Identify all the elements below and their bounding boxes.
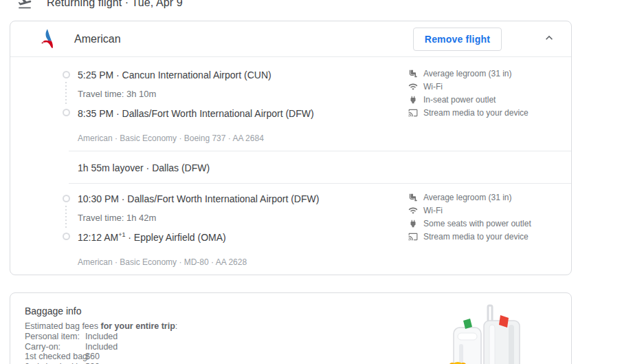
amenity-wifi: Wi-Fi	[408, 80, 529, 93]
layover-info: 1h 55m layover · Dallas (DFW)	[78, 162, 210, 173]
flight-card-header: American Remove flight	[10, 21, 571, 57]
fee-row-personal-item: Personal item:Included	[25, 332, 118, 342]
american-airlines-logo	[38, 28, 61, 51]
fee-row-carry-on: Carry-on:Included	[25, 342, 118, 352]
segment1-details: American · Basic Economy · Boeing 737 · …	[78, 133, 264, 143]
stream-media-icon	[408, 108, 418, 118]
remove-flight-button[interactable]: Remove flight	[413, 28, 502, 51]
baggage-intro: Estimated bag fees for your entire trip:	[25, 321, 177, 331]
luggage-illustration	[443, 300, 526, 364]
fee-row-second-checked: 2nd checked bag:$90	[25, 362, 118, 364]
amenity-stream: Stream media to your device	[408, 230, 531, 243]
wifi-icon	[408, 206, 418, 215]
amenity-wifi: Wi-Fi	[408, 204, 531, 217]
airline-name: American	[74, 33, 121, 45]
segment1-arrival: 8:35 PM · Dallas/Fort Worth Internationa…	[78, 107, 314, 119]
returning-flight-header: Returning flight · Tue, Apr 9	[17, 0, 183, 10]
amenity-power: In-seat power outlet	[408, 93, 529, 106]
departure-dot	[63, 71, 70, 78]
amenity-power: Some seats with power outlet	[408, 217, 531, 230]
divider	[69, 183, 571, 184]
amenity-stream: Stream media to your device	[408, 106, 529, 119]
divider	[69, 151, 571, 151]
page-title: Returning flight · Tue, Apr 9	[47, 0, 183, 9]
chevron-up-icon	[542, 31, 556, 45]
arrival-dot	[63, 233, 70, 240]
segment2-details: American · Basic Economy · MD-80 · AA 26…	[78, 257, 247, 267]
amenity-legroom: Average legroom (31 in)	[408, 191, 531, 204]
stream-media-icon	[408, 232, 418, 242]
segment2-travel-time: Travel time: 1h 42m	[78, 213, 156, 223]
wifi-icon	[408, 82, 418, 92]
baggage-fee-list: Personal item:Included Carry-on:Included…	[25, 332, 118, 364]
flight-card: American Remove flight 5:25 PM · Cancun …	[10, 21, 572, 275]
collapse-flight-button[interactable]	[541, 31, 557, 47]
segment1-amenities: Average legroom (31 in) Wi-Fi In-seat po…	[408, 67, 529, 119]
departure-dot	[63, 195, 70, 202]
fee-row-first-checked: 1st checked bag:$60	[25, 352, 118, 362]
timeline-dots	[65, 82, 67, 105]
amenity-legroom: Average legroom (31 in)	[408, 67, 529, 80]
segment2-departure: 10:30 PM · Dallas/Fort Worth Internation…	[78, 193, 319, 204]
segment1-travel-time: Travel time: 3h 10m	[78, 89, 156, 99]
segment2-arrival: 12:12 AM+1 · Eppley Airfield (OMA)	[78, 231, 226, 243]
legroom-icon	[408, 193, 418, 202]
segment1-departure: 5:25 PM · Cancun International Airport (…	[78, 69, 271, 81]
timeline-dots	[65, 206, 67, 229]
baggage-title: Baggage info	[25, 306, 82, 317]
arrival-dot	[63, 109, 70, 116]
segment2-amenities: Average legroom (31 in) Wi-Fi Some seats…	[408, 191, 531, 243]
flight-landing-icon	[17, 0, 32, 10]
legroom-icon	[408, 69, 418, 78]
power-outlet-icon	[408, 95, 418, 105]
baggage-card: Baggage info Estimated bag fees for your…	[10, 292, 572, 364]
power-outlet-icon	[408, 219, 418, 228]
